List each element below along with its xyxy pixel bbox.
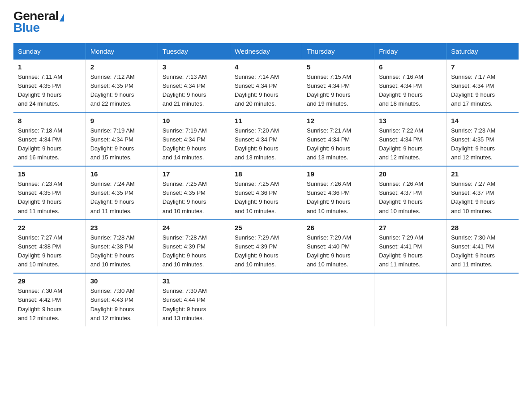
calendar-day-cell: 5 Sunrise: 7:15 AMSunset: 4:34 PMDayligh… bbox=[302, 60, 374, 113]
calendar-day-cell: 22 Sunrise: 7:27 AMSunset: 4:38 PMDaylig… bbox=[13, 220, 86, 274]
calendar-day-cell: 26 Sunrise: 7:29 AMSunset: 4:40 PMDaylig… bbox=[302, 220, 374, 274]
calendar-day-cell bbox=[446, 273, 519, 326]
day-number: 22 bbox=[18, 224, 81, 231]
day-number: 31 bbox=[163, 277, 225, 285]
day-info: Sunrise: 7:22 AMSunset: 4:34 PMDaylight:… bbox=[379, 126, 442, 163]
day-info: Sunrise: 7:30 AMSunset: 4:41 PMDaylight:… bbox=[451, 233, 514, 270]
calendar-header-day: Friday bbox=[374, 43, 446, 60]
day-number: 30 bbox=[90, 277, 153, 285]
calendar-day-cell: 13 Sunrise: 7:22 AMSunset: 4:34 PMDaylig… bbox=[374, 113, 446, 167]
day-number: 21 bbox=[451, 170, 514, 178]
calendar-day-cell: 9 Sunrise: 7:19 AMSunset: 4:34 PMDayligh… bbox=[86, 113, 158, 167]
calendar-header-day: Monday bbox=[86, 43, 158, 60]
calendar-day-cell: 28 Sunrise: 7:30 AMSunset: 4:41 PMDaylig… bbox=[446, 220, 519, 274]
calendar-header-day: Thursday bbox=[302, 43, 374, 60]
calendar-day-cell: 27 Sunrise: 7:29 AMSunset: 4:41 PMDaylig… bbox=[374, 220, 446, 274]
calendar-day-cell: 31 Sunrise: 7:30 AMSunset: 4:44 PMDaylig… bbox=[158, 273, 230, 326]
day-info: Sunrise: 7:30 AMSunset: 4:44 PMDaylight:… bbox=[163, 287, 225, 323]
calendar-header-day: Saturday bbox=[446, 43, 519, 60]
day-number: 16 bbox=[90, 170, 153, 178]
day-info: Sunrise: 7:21 AMSunset: 4:34 PMDaylight:… bbox=[307, 126, 369, 163]
page-header: General Blue bbox=[13, 9, 519, 35]
day-info: Sunrise: 7:19 AMSunset: 4:34 PMDaylight:… bbox=[90, 126, 153, 163]
day-number: 25 bbox=[235, 224, 297, 231]
logo-blue-text: Blue bbox=[13, 21, 40, 35]
day-number: 19 bbox=[307, 170, 369, 178]
day-number: 28 bbox=[451, 224, 514, 231]
day-info: Sunrise: 7:30 AMSunset: 4:43 PMDaylight:… bbox=[90, 287, 153, 323]
calendar-week-row: 8 Sunrise: 7:18 AMSunset: 4:34 PMDayligh… bbox=[13, 113, 519, 167]
day-number: 24 bbox=[163, 224, 225, 231]
day-info: Sunrise: 7:14 AMSunset: 4:34 PMDaylight:… bbox=[235, 73, 297, 109]
calendar-day-cell: 12 Sunrise: 7:21 AMSunset: 4:34 PMDaylig… bbox=[302, 113, 374, 167]
calendar-day-cell: 3 Sunrise: 7:13 AMSunset: 4:34 PMDayligh… bbox=[158, 60, 230, 113]
day-info: Sunrise: 7:13 AMSunset: 4:34 PMDaylight:… bbox=[163, 73, 225, 109]
day-info: Sunrise: 7:28 AMSunset: 4:38 PMDaylight:… bbox=[90, 233, 153, 270]
calendar-day-cell: 7 Sunrise: 7:17 AMSunset: 4:34 PMDayligh… bbox=[446, 60, 519, 113]
day-info: Sunrise: 7:29 AMSunset: 4:40 PMDaylight:… bbox=[307, 233, 369, 270]
calendar-day-cell: 29 Sunrise: 7:30 AMSunset: 4:42 PMDaylig… bbox=[13, 273, 86, 326]
calendar-day-cell: 23 Sunrise: 7:28 AMSunset: 4:38 PMDaylig… bbox=[86, 220, 158, 274]
calendar-header-day: Sunday bbox=[13, 43, 86, 60]
day-number: 8 bbox=[18, 117, 81, 124]
calendar-day-cell: 2 Sunrise: 7:12 AMSunset: 4:35 PMDayligh… bbox=[86, 60, 158, 113]
day-info: Sunrise: 7:24 AMSunset: 4:35 PMDaylight:… bbox=[90, 180, 153, 216]
day-info: Sunrise: 7:19 AMSunset: 4:34 PMDaylight:… bbox=[163, 126, 225, 163]
day-number: 26 bbox=[307, 224, 369, 231]
day-number: 13 bbox=[379, 117, 442, 124]
calendar-day-cell: 14 Sunrise: 7:23 AMSunset: 4:35 PMDaylig… bbox=[446, 113, 519, 167]
day-info: Sunrise: 7:25 AMSunset: 4:36 PMDaylight:… bbox=[235, 180, 297, 216]
calendar-day-cell: 18 Sunrise: 7:25 AMSunset: 4:36 PMDaylig… bbox=[230, 166, 302, 220]
calendar-day-cell: 17 Sunrise: 7:25 AMSunset: 4:35 PMDaylig… bbox=[158, 166, 230, 220]
day-info: Sunrise: 7:11 AMSunset: 4:35 PMDaylight:… bbox=[18, 73, 81, 109]
calendar-day-cell: 10 Sunrise: 7:19 AMSunset: 4:34 PMDaylig… bbox=[158, 113, 230, 167]
day-info: Sunrise: 7:29 AMSunset: 4:41 PMDaylight:… bbox=[379, 233, 442, 270]
day-info: Sunrise: 7:15 AMSunset: 4:34 PMDaylight:… bbox=[307, 73, 369, 109]
calendar-day-cell: 30 Sunrise: 7:30 AMSunset: 4:43 PMDaylig… bbox=[86, 273, 158, 326]
day-info: Sunrise: 7:18 AMSunset: 4:34 PMDaylight:… bbox=[18, 126, 81, 163]
calendar-week-row: 15 Sunrise: 7:23 AMSunset: 4:35 PMDaylig… bbox=[13, 166, 519, 220]
day-number: 20 bbox=[379, 170, 442, 178]
day-info: Sunrise: 7:16 AMSunset: 4:34 PMDaylight:… bbox=[379, 73, 442, 109]
day-number: 7 bbox=[451, 63, 514, 71]
day-info: Sunrise: 7:29 AMSunset: 4:39 PMDaylight:… bbox=[235, 233, 297, 270]
day-info: Sunrise: 7:12 AMSunset: 4:35 PMDaylight:… bbox=[90, 73, 153, 109]
calendar-day-cell: 24 Sunrise: 7:28 AMSunset: 4:39 PMDaylig… bbox=[158, 220, 230, 274]
day-info: Sunrise: 7:26 AMSunset: 4:37 PMDaylight:… bbox=[379, 180, 442, 216]
day-number: 10 bbox=[163, 117, 225, 124]
day-number: 1 bbox=[18, 63, 81, 71]
day-number: 11 bbox=[235, 117, 297, 124]
day-info: Sunrise: 7:26 AMSunset: 4:36 PMDaylight:… bbox=[307, 180, 369, 216]
calendar-header-day: Tuesday bbox=[158, 43, 230, 60]
calendar-day-cell: 1 Sunrise: 7:11 AMSunset: 4:35 PMDayligh… bbox=[13, 60, 86, 113]
day-number: 17 bbox=[163, 170, 225, 178]
day-number: 3 bbox=[163, 63, 225, 71]
day-number: 14 bbox=[451, 117, 514, 124]
calendar-day-cell bbox=[230, 273, 302, 326]
day-number: 9 bbox=[90, 117, 153, 124]
day-info: Sunrise: 7:27 AMSunset: 4:38 PMDaylight:… bbox=[18, 233, 81, 270]
day-number: 12 bbox=[307, 117, 369, 124]
calendar-day-cell: 19 Sunrise: 7:26 AMSunset: 4:36 PMDaylig… bbox=[302, 166, 374, 220]
day-number: 18 bbox=[235, 170, 297, 178]
day-number: 29 bbox=[18, 277, 81, 285]
day-number: 4 bbox=[235, 63, 297, 71]
day-number: 5 bbox=[307, 63, 369, 71]
day-number: 2 bbox=[90, 63, 153, 71]
day-info: Sunrise: 7:20 AMSunset: 4:34 PMDaylight:… bbox=[235, 126, 297, 163]
calendar-day-cell: 4 Sunrise: 7:14 AMSunset: 4:34 PMDayligh… bbox=[230, 60, 302, 113]
day-number: 6 bbox=[379, 63, 442, 71]
day-info: Sunrise: 7:23 AMSunset: 4:35 PMDaylight:… bbox=[451, 126, 514, 163]
calendar-day-cell: 25 Sunrise: 7:29 AMSunset: 4:39 PMDaylig… bbox=[230, 220, 302, 274]
day-info: Sunrise: 7:23 AMSunset: 4:35 PMDaylight:… bbox=[18, 180, 81, 216]
logo: General Blue bbox=[13, 9, 64, 35]
calendar-header-row: SundayMondayTuesdayWednesdayThursdayFrid… bbox=[13, 43, 519, 60]
day-number: 15 bbox=[18, 170, 81, 178]
logo-triangle-icon bbox=[60, 13, 64, 21]
day-info: Sunrise: 7:27 AMSunset: 4:37 PMDaylight:… bbox=[451, 180, 514, 216]
calendar-day-cell: 8 Sunrise: 7:18 AMSunset: 4:34 PMDayligh… bbox=[13, 113, 86, 167]
calendar-week-row: 29 Sunrise: 7:30 AMSunset: 4:42 PMDaylig… bbox=[13, 273, 519, 326]
day-info: Sunrise: 7:25 AMSunset: 4:35 PMDaylight:… bbox=[163, 180, 225, 216]
calendar-day-cell: 11 Sunrise: 7:20 AMSunset: 4:34 PMDaylig… bbox=[230, 113, 302, 167]
calendar-week-row: 22 Sunrise: 7:27 AMSunset: 4:38 PMDaylig… bbox=[13, 220, 519, 274]
